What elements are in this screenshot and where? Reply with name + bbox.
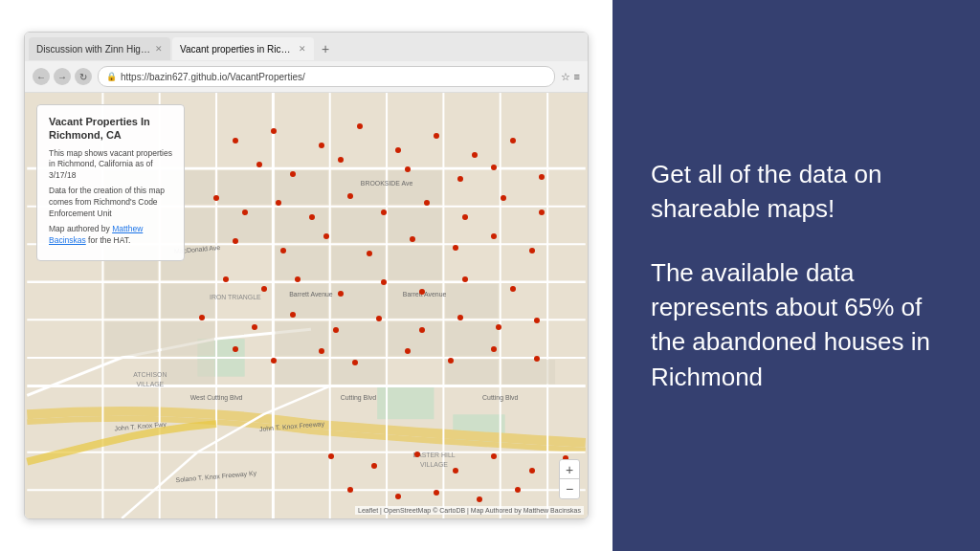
map-dot <box>491 233 497 239</box>
svg-rect-37 <box>332 246 385 280</box>
browser-chrome: Discussion with Zinn Higans... ✕ Vacant … <box>25 33 588 93</box>
info-body4-text: for the HAT. <box>86 235 131 245</box>
map-dot <box>395 147 401 153</box>
map-dot <box>276 200 281 206</box>
map-dot <box>290 171 296 177</box>
map-dot <box>491 165 497 170</box>
map-dot <box>419 289 425 295</box>
svg-text:VILLAGE: VILLAGE <box>420 461 448 468</box>
map-dot <box>515 487 521 493</box>
map-dot <box>534 318 540 323</box>
map-dot <box>491 346 497 352</box>
map-dot <box>381 209 387 215</box>
tab-inactive-label: Discussion with Zinn Higans... <box>36 44 151 55</box>
zoom-in-button[interactable]: + <box>560 460 579 479</box>
map-dot <box>534 356 540 362</box>
map-dot <box>309 214 315 220</box>
map-dot <box>395 494 401 499</box>
svg-rect-25 <box>275 170 327 205</box>
forward-button[interactable]: → <box>54 68 71 85</box>
right-text-content: Get all of the data on shareable maps! T… <box>651 157 942 394</box>
svg-text:Cutting Blvd: Cutting Blvd <box>482 394 518 402</box>
tab-active-close-icon[interactable]: ✕ <box>299 44 306 54</box>
svg-text:ATCHISON: ATCHISON <box>133 371 167 378</box>
reload-button[interactable]: ↻ <box>75 68 92 85</box>
address-bar-row: ← → ↻ 🔒 https://bazin627.github.io/Vacan… <box>25 61 588 92</box>
map-dot <box>233 346 238 352</box>
map-dot <box>477 496 482 502</box>
map-dot <box>434 490 439 496</box>
map-dot <box>371 463 377 469</box>
zoom-out-button[interactable]: − <box>560 479 579 498</box>
map-dot <box>410 236 415 242</box>
svg-rect-40 <box>162 284 214 319</box>
menu-icon[interactable]: ≡ <box>574 71 580 82</box>
map-dot <box>242 209 248 215</box>
map-dot <box>347 487 353 493</box>
svg-text:IRON TRIANGLE: IRON TRIANGLE <box>210 294 261 300</box>
map-dot <box>271 128 277 134</box>
map-dot <box>472 152 478 158</box>
map-dot <box>453 468 458 474</box>
svg-rect-39 <box>104 284 157 319</box>
map-dot <box>319 143 324 148</box>
svg-rect-54 <box>445 360 498 385</box>
map-dot <box>357 123 363 129</box>
map-dot <box>347 193 353 199</box>
map-dot <box>376 316 382 321</box>
map-dot <box>405 348 411 354</box>
map-dot <box>338 157 344 163</box>
map-dot <box>462 214 468 220</box>
svg-rect-55 <box>502 360 555 385</box>
map-dot <box>213 195 219 201</box>
map-content: ATCHISON VILLAGE IRON TRIANGLE EASTER HI… <box>25 93 588 518</box>
map-dot <box>333 327 339 333</box>
right-panel: Get all of the data on shareable maps! T… <box>612 0 980 551</box>
tab-bar: Discussion with Zinn Higans... ✕ Vacant … <box>25 33 588 61</box>
tab-active[interactable]: Vacant properties in Richmond, CA ✕ <box>172 37 314 60</box>
map-dot <box>271 358 277 364</box>
map-dot <box>280 248 286 253</box>
map-dot <box>510 286 516 292</box>
map-dot <box>233 138 238 143</box>
info-body3: Map authored by Matthew Bacinskas for th… <box>49 224 172 247</box>
map-dot <box>319 348 324 354</box>
map-dot <box>424 200 430 206</box>
svg-rect-26 <box>332 170 385 205</box>
address-box[interactable]: 🔒 https://bazin627.github.io/VacantPrope… <box>98 66 555 87</box>
svg-text:VILLAGE: VILLAGE <box>136 381 164 387</box>
svg-rect-31 <box>275 209 327 243</box>
info-title: Vacant Properties In Richmond, CA <box>49 115 172 143</box>
info-body1: This map shows vacant properties in Rich… <box>49 148 172 183</box>
map-dot <box>256 162 262 167</box>
back-button[interactable]: ← <box>33 68 50 85</box>
nav-buttons: ← → ↻ <box>33 68 92 85</box>
map-dot <box>414 452 420 457</box>
tab-close-icon[interactable]: ✕ <box>155 44 163 54</box>
body-text: The available data represents about 65% … <box>651 258 930 391</box>
map-dot <box>252 324 257 330</box>
info-body3-text: Map authored by <box>49 224 112 233</box>
svg-rect-46 <box>162 321 214 356</box>
bookmark-icon[interactable]: ☆ <box>561 71 570 83</box>
info-body2: Data for the creation of this map comes … <box>49 186 172 220</box>
tab-inactive[interactable]: Discussion with Zinn Higans... ✕ <box>29 37 170 60</box>
map-dot <box>496 324 501 330</box>
svg-text:West Cutting Blvd: West Cutting Blvd <box>190 394 243 402</box>
lock-icon: 🔒 <box>106 72 117 81</box>
svg-text:Cutting Blvd: Cutting Blvd <box>341 394 376 402</box>
svg-rect-45 <box>104 321 157 356</box>
map-dot <box>261 286 267 292</box>
map-dot <box>338 291 344 297</box>
map-attribution: Leaflet | OpenStreetMap © CartoDB | Map … <box>355 506 584 515</box>
svg-rect-52 <box>275 360 327 385</box>
svg-text:BROOKSIDE Ave: BROOKSIDE Ave <box>361 180 413 187</box>
map-dot <box>328 453 334 459</box>
svg-rect-42 <box>332 284 385 319</box>
map-dot <box>352 360 358 365</box>
map-dot <box>323 233 329 239</box>
svg-rect-41 <box>275 284 327 319</box>
new-tab-button[interactable]: + <box>316 41 335 56</box>
map-dot <box>462 276 468 282</box>
map-dot <box>457 315 463 320</box>
